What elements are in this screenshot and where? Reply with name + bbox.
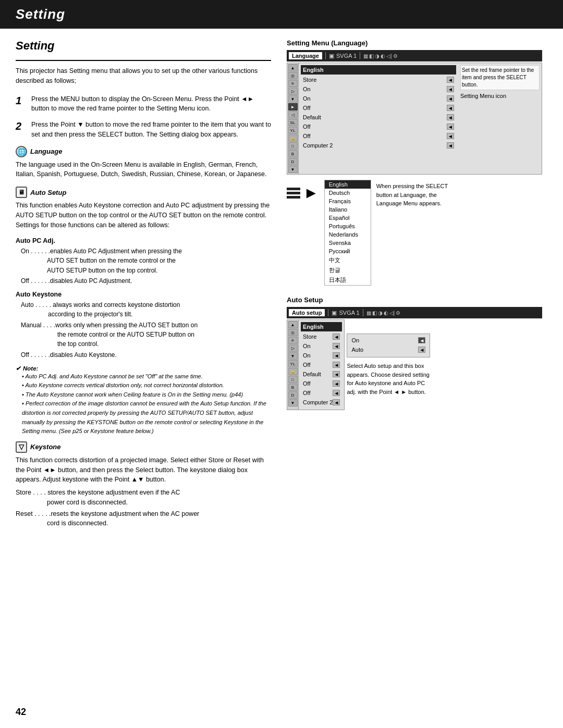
sidebar-btn-dn2[interactable]: ▼ xyxy=(288,166,298,173)
as-on2-arrow[interactable]: ◄ xyxy=(333,352,340,359)
sidebar-btn-down-arr[interactable]: ▼ xyxy=(288,95,298,103)
as-store-arrow[interactable]: ◄ xyxy=(333,334,340,340)
sidebar-btn-circle[interactable]: ◎ xyxy=(288,72,298,79)
lang-item-english-selected[interactable]: English xyxy=(325,180,371,189)
auto-setup-sidebar: ▲ ◎ ≡ ▷ ▼ YL 🔒 □ B D ▼ xyxy=(287,320,299,410)
lang-item-russian[interactable]: Русский xyxy=(325,247,371,255)
as-default-arrow[interactable]: ◄ xyxy=(333,371,340,377)
sidebar-btn-b[interactable]: B xyxy=(288,150,298,157)
default-arrow[interactable]: ◄ xyxy=(447,114,454,120)
sidebar-btn-sl[interactable]: SL xyxy=(288,119,298,126)
as-row-english: English xyxy=(301,322,342,331)
as-sidebar-circle[interactable]: ◎ xyxy=(288,329,298,336)
off2-arrow[interactable]: ◄ xyxy=(447,124,454,130)
lang-menu-tab: Language xyxy=(289,52,322,59)
auto-keystone-manual: Manual . . . .works only when pressing t… xyxy=(21,320,271,349)
auto-setup-feature-title: 🖥 Auto Setup xyxy=(16,187,271,198)
as-icon-grid: ▦ xyxy=(366,310,371,316)
step-2-text: Press the Point ▼ button to move the red… xyxy=(31,120,271,140)
as-on1-arrow[interactable]: ◄ xyxy=(333,343,340,349)
lang-item-svenska[interactable]: Svenska xyxy=(325,239,371,247)
as-on2-label: On xyxy=(303,352,333,359)
three-bars xyxy=(287,188,300,199)
lang-item-francais[interactable]: Français xyxy=(325,197,371,205)
lang-item-korean[interactable]: 한글 xyxy=(325,265,371,275)
lang-item-chinese[interactable]: 中文 xyxy=(325,255,371,265)
as-sidebar-dn2[interactable]: ▼ xyxy=(288,399,298,406)
lang-item-espanol[interactable]: Español xyxy=(325,214,371,222)
as-sidebar-d[interactable]: D xyxy=(288,391,298,399)
popup-auto-arrow[interactable]: ◄ xyxy=(418,347,425,353)
popup-on-arrow[interactable]: ◄ xyxy=(418,337,425,343)
auto-setup-signal-label: SVGA 1 xyxy=(339,310,359,316)
lang-item-italiano[interactable]: Italiano xyxy=(325,205,371,214)
on1-arrow[interactable]: ◄ xyxy=(447,86,454,92)
as-sidebar-yl[interactable]: YL xyxy=(288,360,298,367)
as-row-default: Default ◄ xyxy=(301,370,342,378)
arrow-container: ► xyxy=(287,185,319,201)
as-icon-skip: ◁| xyxy=(389,310,395,316)
row-default: Default ◄ xyxy=(301,113,456,121)
sidebar-btn-r[interactable]: ▷ xyxy=(288,88,298,95)
auto-keystone-title: Auto Keystone xyxy=(16,291,271,298)
on2-arrow[interactable]: ◄ xyxy=(447,95,454,102)
as-sidebar-dn[interactable]: ▼ xyxy=(288,352,298,360)
as-sidebar-sq[interactable]: □ xyxy=(288,376,298,383)
lang-item-nederlands[interactable]: Nederlands xyxy=(325,230,371,239)
as-row-store: Store ◄ xyxy=(301,332,342,341)
as-row-off2: Off ◄ xyxy=(301,379,342,388)
off1-arrow[interactable]: ◄ xyxy=(447,105,454,111)
lang-menu-bar: Language ▣ SVGA 1 ▦ ◧ ◑ ◐ ◁| ⚙ xyxy=(287,50,542,61)
sidebar-btn-d[interactable]: D xyxy=(288,158,298,165)
auto-setup-select-note: Select Auto setup and this box appears. … xyxy=(347,362,430,396)
auto-setup-title-text: Auto Setup xyxy=(30,189,66,196)
intro-text: This projector has Setting menu that all… xyxy=(16,66,271,86)
when-press-note: When pressing the SELECT button at Langu… xyxy=(376,180,460,208)
sidebar-btn-yl[interactable]: YL xyxy=(288,127,298,134)
step-1: 1 Press the MENU button to display the O… xyxy=(16,94,271,114)
lang-item-portugues[interactable]: Português xyxy=(325,222,371,230)
as-icon-adjust: ◑ xyxy=(378,310,383,316)
sidebar-btn-red[interactable]: ► xyxy=(288,103,298,110)
sidebar-btn-up[interactable]: ▲ xyxy=(288,64,298,71)
as-off2-arrow[interactable]: ◄ xyxy=(333,380,340,387)
as-off3-arrow[interactable]: ◄ xyxy=(333,390,340,396)
as-on1-label: On xyxy=(303,343,333,349)
as-row-off3: Off ◄ xyxy=(301,389,342,397)
sidebar-btn-lock[interactable]: 🔒 xyxy=(288,134,298,142)
keystone-text: This function corrects distortion of a p… xyxy=(16,455,271,485)
step-1-number: 1 xyxy=(16,94,26,114)
as-sidebar-up[interactable]: ▲ xyxy=(288,321,298,328)
annotation-text: Set the red frame pointer to the item an… xyxy=(462,67,534,88)
row-off2-label: Off xyxy=(303,124,447,130)
lang-item-deutsch[interactable]: Deutsch xyxy=(325,189,371,197)
sidebar-btn-sq[interactable]: □ xyxy=(288,142,298,150)
store-arrow[interactable]: ◄ xyxy=(447,77,454,83)
as-sidebar-menu[interactable]: ≡ xyxy=(288,337,298,344)
keystone-store: Store . . . . stores the keystone adjust… xyxy=(16,488,271,508)
auto-setup-popup: On ◄ Auto ◄ xyxy=(347,334,430,357)
bar1 xyxy=(287,188,300,190)
off3-arrow[interactable]: ◄ xyxy=(447,133,454,139)
lang-item-japanese[interactable]: 日本語 xyxy=(325,275,371,285)
as-computer2-arrow[interactable]: ◄ xyxy=(333,399,340,405)
sidebar-btn-menu[interactable]: ≡ xyxy=(288,80,298,87)
auto-pc-adj-section: Auto PC Adj. On . . . . . .enables Auto … xyxy=(16,237,271,285)
as-sidebar-r[interactable]: ▷ xyxy=(288,344,298,352)
on-text-indent: AUTO SET button on the remote control or… xyxy=(47,256,271,276)
auto-setup-menu-bar: Auto setup ▣ SVGA 1 ▦ ◧ ◑ ◐ ◁| ⚙ xyxy=(287,307,542,318)
off-text-line: Off . . . . . .disables Auto PC Adjustme… xyxy=(21,276,271,286)
step-2-number: 2 xyxy=(16,120,26,140)
auto-setup-signal-icon: ▣ xyxy=(332,310,337,316)
as-sidebar-b[interactable]: B xyxy=(288,384,298,391)
language-icon: 🌐 xyxy=(16,146,27,157)
keystone-title-text: Keystone xyxy=(30,443,61,451)
computer2-arrow[interactable]: ◄ xyxy=(447,142,454,149)
as-off1-arrow[interactable]: ◄ xyxy=(333,362,340,368)
as-sidebar-lock[interactable]: 🔒 xyxy=(288,368,298,375)
sidebar-btn-l[interactable]: ◁ xyxy=(288,111,298,118)
left-column: Setting This projector has Setting menu … xyxy=(16,39,271,536)
icon-d: ◐ xyxy=(381,53,385,59)
keystone-reset: Reset . . . . .resets the keystone adjus… xyxy=(16,509,271,529)
keystone-feature: ▽ Keystone This function corrects distor… xyxy=(16,441,271,528)
